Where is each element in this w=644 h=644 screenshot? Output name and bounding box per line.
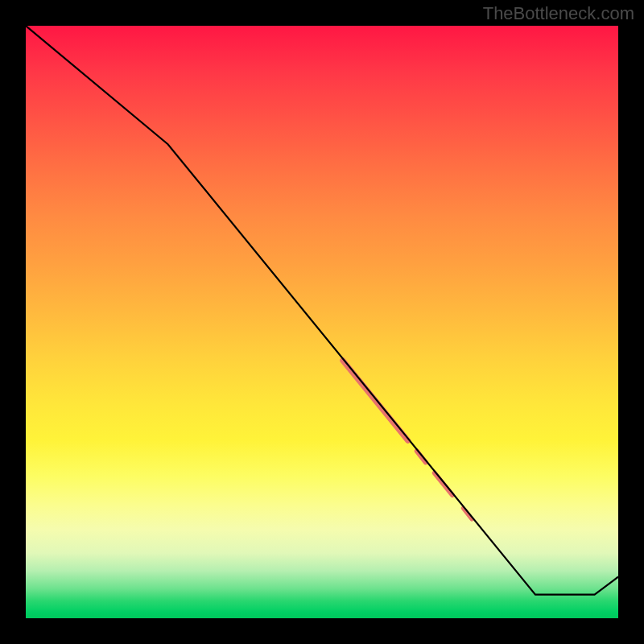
chart-highlight-segment (463, 508, 472, 519)
chart-highlight-group (343, 361, 472, 519)
chart-highlight-segment (417, 451, 426, 462)
chart-svg-layer (26, 26, 618, 618)
chart-highlight-segment (343, 361, 408, 440)
watermark-text: TheBottleneck.com (483, 3, 634, 24)
chart-plot-area (26, 26, 618, 618)
chart-highlight-segment (435, 473, 452, 495)
chart-main-curve (26, 26, 618, 595)
